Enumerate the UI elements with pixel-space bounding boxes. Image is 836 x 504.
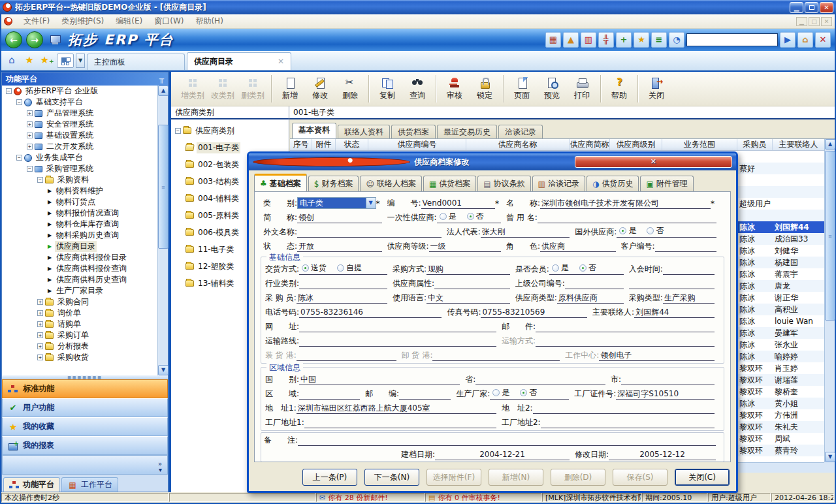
- table-scroll-down-icon[interactable]: ▼: [825, 452, 835, 462]
- toolbar-button-改类别[interactable]: 改类别: [208, 76, 238, 102]
- column-header[interactable]: 主要联络人: [773, 139, 825, 150]
- dialog-tab[interactable]: ▤协议条款: [477, 176, 530, 191]
- tree-expander-icon[interactable]: +: [27, 144, 33, 150]
- address-book-icon[interactable]: ▥: [581, 32, 596, 48]
- field-value[interactable]: 陈冰: [297, 292, 387, 304]
- field-value[interactable]: [629, 279, 715, 289]
- quick-search-input[interactable]: [686, 33, 778, 46]
- detail-tab[interactable]: 洽谈记录: [498, 125, 543, 138]
- function-tree-item[interactable]: +二次开发系统: [2, 141, 168, 152]
- column-header[interactable]: 供应商编号: [368, 139, 466, 150]
- function-tree-item[interactable]: ▶物料仓库库存查询: [2, 219, 168, 230]
- dialog-tab[interactable]: ♣基础档案: [254, 174, 307, 191]
- field-value[interactable]: [399, 389, 451, 400]
- function-tree-item[interactable]: +请购单: [2, 319, 168, 330]
- tree-expander-icon[interactable]: −: [175, 128, 181, 134]
- toolbar-button-修改[interactable]: 修改: [305, 76, 335, 102]
- child-close-button[interactable]: ✕: [821, 17, 832, 26]
- menu-item[interactable]: 窗口(W): [148, 14, 189, 28]
- sidebar-bottom-tab[interactable]: ▦工作平台: [61, 477, 118, 492]
- field-value[interactable]: 深圳市福田区红荔西路上航大厦405室: [297, 403, 496, 414]
- radio-icon[interactable]: [467, 213, 474, 220]
- function-tree-item[interactable]: −采购资料: [2, 174, 168, 185]
- new-folder-icon[interactable]: +: [616, 32, 632, 48]
- function-tree-item[interactable]: +安全管理系统: [2, 119, 168, 130]
- close-button[interactable]: ✕: [820, 2, 833, 13]
- open-folder-icon[interactable]: ▲: [563, 32, 579, 48]
- home-icon[interactable]: ⌂: [4, 53, 20, 69]
- radio-option[interactable]: 否: [520, 387, 537, 398]
- toolbar-button-复制[interactable]: 复制: [372, 76, 402, 102]
- scroll-thumb[interactable]: ≡: [158, 125, 169, 249]
- tree-expander-icon[interactable]: +: [37, 299, 43, 305]
- tab-close-icon[interactable]: ✕: [278, 57, 284, 66]
- function-tree-item[interactable]: ▶物料采购历史查询: [2, 230, 168, 241]
- dialog-tab[interactable]: ▣附件管理: [640, 176, 693, 191]
- field-value[interactable]: 领创电子: [599, 350, 715, 361]
- field-value[interactable]: Vend0001: [421, 198, 495, 209]
- radio-icon[interactable]: [619, 227, 626, 234]
- field-value[interactable]: 现购: [426, 264, 510, 275]
- field-value[interactable]: 原料供应商: [557, 292, 624, 304]
- exit-app-icon[interactable]: ✕: [815, 32, 831, 48]
- radio-option[interactable]: 是: [492, 387, 509, 398]
- function-tree-item[interactable]: +分析报表: [2, 341, 168, 352]
- toolbar-button-帮助[interactable]: 帮助: [604, 76, 634, 102]
- function-tree-item[interactable]: ▶物料资料维护: [2, 185, 168, 197]
- column-header[interactable]: 供应商级别: [610, 139, 662, 150]
- minimize-button[interactable]: ▁: [790, 2, 803, 13]
- menu-item[interactable]: 文件(F): [18, 14, 56, 28]
- radio-icon[interactable]: [552, 264, 559, 272]
- dialog-tab[interactable]: ▥洽谈记录: [532, 176, 585, 191]
- document-tab[interactable]: 主控面板: [87, 54, 185, 70]
- tree-expander-icon[interactable]: +: [27, 121, 33, 127]
- field-value[interactable]: [299, 389, 360, 400]
- radio-option[interactable]: 是: [440, 211, 457, 222]
- tree-expander-icon[interactable]: +: [37, 321, 43, 327]
- function-tree-item[interactable]: ▶供应商供料报价查询: [2, 263, 168, 274]
- dialog-tab[interactable]: ▦供货档案: [423, 176, 476, 191]
- toolbar-button-打印[interactable]: 打印: [567, 76, 597, 102]
- table-scroll-thumb[interactable]: ≡: [825, 151, 835, 321]
- field-value[interactable]: 开放: [297, 241, 381, 252]
- tree-expander-icon[interactable]: +: [37, 332, 43, 338]
- table-vscrollbar[interactable]: ▲ ≡ ▼: [824, 139, 835, 462]
- favorite-icon[interactable]: ★: [634, 32, 649, 48]
- radio-icon[interactable]: [492, 389, 500, 396]
- pin-icon[interactable]: ╥: [159, 72, 164, 86]
- sidebar-panel-标准功能[interactable]: 标准功能: [2, 379, 168, 398]
- field-value[interactable]: [663, 264, 715, 275]
- table-scroll-up-icon[interactable]: ▲: [825, 139, 835, 150]
- field-value[interactable]: [299, 336, 496, 347]
- sidebar-scrollbar[interactable]: ▲ ≡ ▼: [157, 86, 168, 375]
- radio-icon[interactable]: [337, 264, 344, 272]
- function-tree-item[interactable]: −业务集成平台: [2, 152, 168, 163]
- function-tree-item[interactable]: +采购合同: [2, 296, 168, 307]
- field-value[interactable]: [565, 279, 624, 289]
- scroll-up-icon[interactable]: ▲: [158, 86, 169, 96]
- field-value[interactable]: 生产采购: [663, 292, 715, 304]
- scroll-down-icon[interactable]: ▼: [158, 365, 169, 375]
- back-button[interactable]: ←: [5, 31, 22, 48]
- field-value[interactable]: [432, 351, 560, 361]
- toolbar-button-关闭[interactable]: 关闭: [641, 76, 671, 102]
- field-value[interactable]: [297, 227, 442, 238]
- field-value[interactable]: [298, 435, 716, 446]
- layout-grid-button[interactable]: [57, 54, 74, 68]
- radio-option[interactable]: 否: [579, 262, 596, 274]
- function-tree-item[interactable]: ▶生产厂家目录: [2, 285, 168, 296]
- tree-expander-icon[interactable]: +: [27, 110, 33, 116]
- function-tree-item[interactable]: −采购管理系统: [2, 163, 168, 174]
- tree-expander-icon[interactable]: −: [27, 166, 33, 172]
- column-header[interactable]: 序号: [290, 139, 312, 150]
- field-value[interactable]: [541, 418, 715, 428]
- tree-expander-icon[interactable]: +: [37, 310, 43, 316]
- field-value[interactable]: [299, 279, 387, 289]
- radio-option[interactable]: 送货: [302, 262, 327, 274]
- column-header[interactable]: 业务范围: [662, 139, 737, 150]
- child-minimize-button[interactable]: ▁: [796, 17, 807, 26]
- child-restore-button[interactable]: □: [809, 17, 820, 26]
- toolbar-button-增类别[interactable]: 增类别: [178, 76, 208, 102]
- toolbar-button-页面[interactable]: 页面: [507, 76, 537, 102]
- function-tree-item[interactable]: +采购订单: [2, 330, 168, 341]
